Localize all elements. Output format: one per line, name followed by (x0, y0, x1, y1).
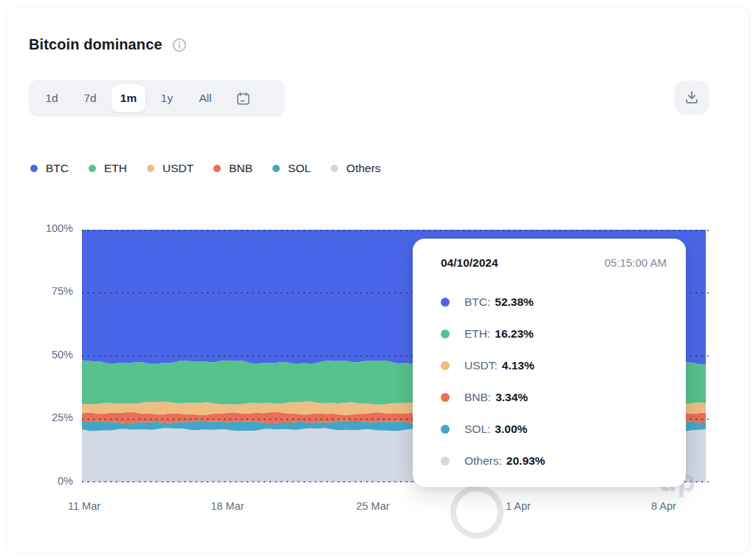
tooltip-label: ETH: (464, 327, 490, 341)
tooltip-time: 05:15:00 AM (605, 256, 667, 269)
x-axis-tick: 18 Mar (194, 500, 261, 512)
y-axis-tick: 25% (29, 412, 73, 423)
x-axis-tick: 25 Mar (340, 500, 406, 512)
tooltip-label: BTC: (464, 296, 490, 309)
tooltip-value: 20.93% (506, 454, 546, 468)
tooltip-row-usdt: USDT: 4.13% (441, 349, 667, 381)
tooltip-value: 3.00% (495, 423, 527, 436)
tooltip-row-eth: ETH: 16.23% (441, 318, 667, 349)
tooltip-row-sol: SOL: 3.00% (441, 413, 667, 445)
tooltip-label: USDT: (464, 359, 498, 372)
usdt-dot-icon (441, 361, 450, 370)
tooltip-value: 16.23% (495, 327, 534, 341)
y-axis-tick: 0% (29, 475, 73, 487)
tooltip-value: 52.38% (495, 296, 534, 309)
tooltip-value: 3.34% (495, 391, 528, 404)
chart-tooltip: 04/10/2024 05:15:00 AM BTC: 52.38% ETH: … (413, 239, 686, 487)
tooltip-label: Others: (464, 454, 502, 468)
tooltip-row-others: Others: 20.93% (441, 445, 667, 477)
x-axis-tick: 11 Mar (51, 500, 117, 512)
bitcoin-dominance-card: Bitcoin dominance 1d 7d 1m 1y All (6, 6, 750, 554)
eth-dot-icon (441, 329, 450, 338)
tooltip-label: BNB: (464, 391, 491, 404)
others-dot-icon (441, 457, 450, 465)
y-axis-tick: 100% (29, 222, 73, 234)
tooltip-header: 04/10/2024 05:15:00 AM (441, 256, 667, 273)
x-axis-tick: 8 Apr (630, 500, 697, 512)
tooltip-row-bnb: BNB: 3.34% (441, 381, 667, 413)
tooltip-row-btc: BTC: 52.38% (441, 286, 667, 318)
y-axis-tick: 50% (29, 349, 73, 361)
y-axis-tick: 75% (29, 285, 73, 297)
sol-dot-icon (441, 425, 450, 434)
page: Bitcoin dominance 1d 7d 1m 1y All (0, 0, 756, 560)
tooltip-date: 04/10/2024 (441, 256, 498, 270)
btc-dot-icon (441, 298, 450, 307)
bnb-dot-icon (441, 393, 450, 402)
tooltip-value: 4.13% (502, 359, 535, 372)
watermark-logo-icon (450, 485, 504, 539)
tooltip-label: SOL: (464, 423, 490, 436)
